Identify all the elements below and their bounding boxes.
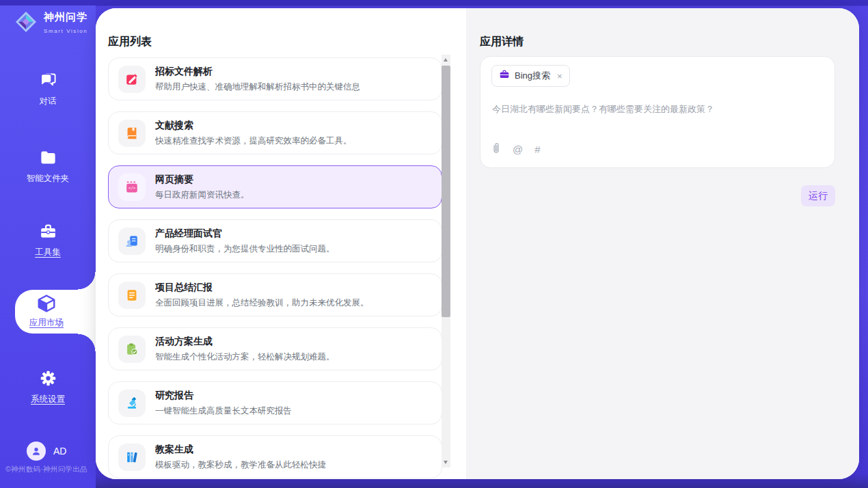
user-initials: AD [53,446,66,457]
input-toolbar: @ # [491,142,541,157]
app-detail-title: 应用详情 [480,35,524,49]
hashtag-icon[interactable]: # [534,144,540,154]
scrollbar[interactable] [442,55,450,467]
summary-document-icon [118,282,146,309]
app-name: 研究报告 [155,390,292,402]
close-icon[interactable]: × [557,72,562,81]
app-window: 神州问学 Smart Vision 对话 智能文件夹 [0,0,868,488]
list-item[interactable]: 教案生成 模板驱动，教案秒成，教学准备从此轻松快捷 [108,435,442,478]
interviewer-person-icon [118,228,146,255]
app-description: 一键智能生成高质量长文本研究报告 [155,405,292,417]
microscope-icon [118,390,146,417]
clipboard-check-icon [118,336,146,363]
app-description: 快速精准查找学术资源，提高研究效率的必备工具。 [155,135,352,147]
sidebar-item-toolset[interactable]: 工具集 [0,222,96,258]
sidebar-item-smart-folder[interactable]: 智能文件夹 [0,148,96,185]
sidebar: 神州问学 Smart Vision 对话 智能文件夹 [0,5,96,488]
list-item[interactable]: 文献搜索 快速精准查找学术资源，提高研究效率的必备工具。 [108,111,442,154]
list-item[interactable]: 项目总结汇报 全面回顾项目进展，总结经验教训，助力未来优化发展。 [108,273,442,316]
webpage-code-icon: </> [118,174,146,201]
svg-text:</>: </> [128,185,136,190]
sidebar-active-tab-background: 应用市场 [15,290,96,334]
app-name: 项目总结汇报 [155,282,369,294]
app-description: 智能生成个性化活动方案，轻松解决规划难题。 [155,351,335,363]
brand-name: 神州问学 [44,11,87,23]
app-detail-panel: 应用详情 Bing搜索 × 今日湖北有哪些新闻要点？有哪些需要关注的最新政策？ [466,8,859,479]
briefcase-icon [499,69,510,83]
tab-curve-top [78,272,96,290]
gear-icon [39,378,57,390]
paperclip-icon[interactable] [491,142,501,157]
scrollbar-thumb[interactable] [442,66,450,317]
sidebar-item-label: 工具集 [0,247,96,258]
main-container: 应用列表 招标文件解析 帮助用户快速、准确地理解和解析招标书中的关键信息 [96,8,859,479]
sidebar-item-chat[interactable]: 对话 [0,71,96,107]
app-name: 网页摘要 [155,174,249,186]
prompt-card: Bing搜索 × 今日湖北有哪些新闻要点？有哪些需要关注的最新政策？ @ # [480,56,835,168]
list-item[interactable]: 产品经理面试官 明确身份和职责，为您提供专业性的面试问题。 [108,219,442,262]
books-icon [118,444,146,471]
app-description: 模板驱动，教案秒成，教学准备从此轻松快捷 [155,459,326,471]
app-description: 帮助用户快速、准确地理解和解析招标书中的关键信息 [155,81,360,93]
brand-subtitle: Smart Vision [44,28,87,34]
copyright-text: ©神州数码·神州问学出品 [5,465,96,474]
app-description: 每日政府新闻资讯快查。 [155,189,249,201]
mention-icon[interactable]: @ [513,144,523,154]
app-description: 明确身份和职责，为您提供专业性的面试问题。 [155,243,335,255]
sidebar-item-label: 应用市场 [15,317,78,329]
diamond-logo-icon [14,10,38,37]
app-list-panel: 应用列表 招标文件解析 帮助用户快速、准确地理解和解析招标书中的关键信息 [96,8,466,479]
app-name: 招标文件解析 [155,66,360,78]
sidebar-item-label: 智能文件夹 [0,173,96,185]
sidebar-item-app-market[interactable]: 应用市场 [15,293,78,329]
scroll-down-arrow[interactable] [444,461,448,464]
user-account[interactable]: AD [27,442,66,461]
list-item[interactable]: 活动方案生成 智能生成个性化活动方案，轻松解决规划难题。 [108,327,442,370]
app-name: 文献搜索 [155,120,352,132]
app-name: 产品经理面试官 [155,228,335,240]
run-button[interactable]: 运行 [801,185,835,206]
brand-logo[interactable]: 神州问学 Smart Vision [14,10,96,37]
cube-icon [36,304,57,316]
sidebar-item-label: 对话 [0,96,96,107]
sidebar-item-settings[interactable]: 系统设置 [0,369,96,405]
toolbox-icon [39,231,57,243]
book-icon [118,120,146,147]
query-text: 今日湖北有哪些新闻要点？有哪些需要关注的最新政策？ [492,103,824,116]
list-item[interactable]: 招标文件解析 帮助用户快速、准确地理解和解析招标书中的关键信息 [108,57,442,100]
tool-chip-bing-search[interactable]: Bing搜索 × [491,65,570,87]
folder-icon [39,157,57,169]
list-item[interactable]: 研究报告 一键智能生成高质量长文本研究报告 [108,381,442,424]
list-item-selected[interactable]: </> 网页摘要 每日政府新闻资讯快查。 [108,165,442,208]
tool-chip-label: Bing搜索 [515,70,550,82]
app-list-title: 应用列表 [108,35,152,49]
app-name: 教案生成 [155,444,326,456]
document-edit-icon [118,66,146,93]
app-description: 全面回顾项目进展，总结经验教训，助力未来优化发展。 [155,297,369,309]
scroll-up-arrow[interactable] [444,58,448,62]
app-name: 活动方案生成 [155,336,335,348]
sidebar-item-label: 系统设置 [0,394,96,405]
chat-icon [39,80,57,92]
avatar [27,442,46,461]
tab-curve-bottom [78,334,96,351]
